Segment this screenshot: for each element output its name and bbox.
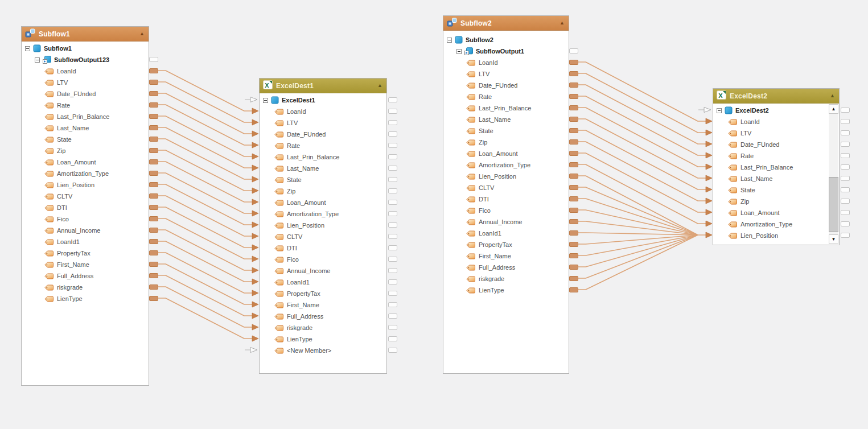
output-port[interactable] <box>569 128 578 133</box>
collapse-expander-minus[interactable] <box>447 38 452 43</box>
field-row[interactable]: Full_Address <box>443 262 569 273</box>
output-port-empty[interactable] <box>388 234 397 239</box>
output-port[interactable] <box>569 242 578 247</box>
field-row[interactable]: Full_Address <box>260 311 386 322</box>
field-row[interactable]: CLTV <box>22 191 149 202</box>
field-row[interactable]: LoanId1 <box>443 228 569 239</box>
field-row[interactable]: Full_Address <box>22 270 149 282</box>
connector[interactable] <box>158 105 258 148</box>
connector[interactable] <box>158 287 258 330</box>
output-port[interactable] <box>569 196 578 201</box>
input-port-empty[interactable] <box>245 346 258 353</box>
output-port[interactable] <box>149 80 158 85</box>
connector[interactable] <box>578 73 712 135</box>
output-port-empty[interactable] <box>841 210 850 215</box>
connector[interactable] <box>578 221 698 235</box>
output-port-empty[interactable] <box>149 57 158 62</box>
field-row[interactable]: LTV <box>713 127 839 139</box>
output-port[interactable] <box>149 137 158 142</box>
output-port[interactable] <box>569 71 578 76</box>
connector[interactable] <box>158 196 258 239</box>
output-port[interactable] <box>569 94 578 99</box>
connector[interactable] <box>578 62 712 124</box>
output-port-empty[interactable] <box>841 153 850 158</box>
field-row[interactable]: CLTV <box>260 231 386 242</box>
connector[interactable] <box>578 153 712 215</box>
connector[interactable] <box>158 150 258 193</box>
output-port[interactable] <box>149 284 158 290</box>
output-port-empty[interactable] <box>388 177 397 182</box>
field-row[interactable]: Loan_Amount <box>22 156 149 168</box>
field-row[interactable]: Loan_Amount <box>260 197 386 208</box>
connector[interactable] <box>158 71 258 114</box>
output-port-empty[interactable] <box>841 164 850 170</box>
field-row[interactable]: riskgrade <box>260 322 386 333</box>
tree-root-row[interactable]: Subflow2 <box>443 34 569 46</box>
connector[interactable] <box>158 162 258 205</box>
output-port-empty[interactable] <box>841 233 850 238</box>
field-row[interactable]: riskgrade <box>443 273 569 284</box>
output-port[interactable] <box>149 159 158 164</box>
output-port-empty[interactable] <box>841 221 850 226</box>
node-header[interactable]: X ExcelDest2 ▲ <box>713 89 839 104</box>
output-port[interactable] <box>149 125 158 130</box>
collapse-expander-minus[interactable] <box>25 46 30 51</box>
output-port[interactable] <box>569 230 578 236</box>
output-port-empty[interactable] <box>388 245 397 250</box>
connector[interactable] <box>578 233 698 235</box>
field-row[interactable]: Zip <box>713 196 839 207</box>
collapse-expander-minus[interactable] <box>35 57 40 63</box>
output-port-empty[interactable] <box>388 279 397 284</box>
field-row[interactable]: Lien_Position <box>443 171 569 182</box>
field-row[interactable]: LoanId <box>260 106 386 117</box>
output-port-empty[interactable] <box>388 222 397 228</box>
field-row[interactable]: Lien_Position <box>22 179 149 191</box>
field-row[interactable]: PropertyTax <box>22 248 149 259</box>
field-row[interactable]: Last_Name <box>260 163 386 174</box>
output-port-empty[interactable] <box>388 154 397 159</box>
field-row[interactable]: LoanId <box>713 116 839 127</box>
output-port-empty[interactable] <box>388 211 397 216</box>
tree-output-row[interactable]: SubflowOutput123 <box>22 54 149 65</box>
output-port[interactable] <box>149 91 158 96</box>
connector[interactable] <box>158 184 258 228</box>
connector[interactable] <box>158 241 258 284</box>
collapse-button[interactable]: ▲ <box>560 20 565 26</box>
scrollbar-thumb[interactable] <box>829 177 838 232</box>
field-row[interactable]: LTV <box>443 68 569 80</box>
field-row[interactable]: Fico <box>260 254 386 265</box>
connector[interactable] <box>578 235 698 290</box>
output-port[interactable] <box>569 287 578 292</box>
connector[interactable] <box>578 235 698 255</box>
output-port[interactable] <box>569 174 578 179</box>
field-row[interactable]: Amortization_Type <box>713 218 839 230</box>
output-port[interactable] <box>149 239 158 244</box>
output-port-empty[interactable] <box>841 187 850 192</box>
field-row[interactable]: LoanId1 <box>22 236 149 248</box>
connector[interactable] <box>158 275 258 319</box>
field-row[interactable]: Fico <box>443 205 569 216</box>
output-port[interactable] <box>149 171 158 176</box>
output-port[interactable] <box>569 105 578 110</box>
connector[interactable] <box>158 207 258 250</box>
collapse-expander-minus[interactable] <box>717 108 722 113</box>
output-port-empty[interactable] <box>388 268 397 273</box>
output-port-empty[interactable] <box>841 119 850 124</box>
connector[interactable] <box>158 298 258 341</box>
field-row[interactable]: LienType <box>22 293 149 304</box>
field-row[interactable]: First_Name <box>260 299 386 311</box>
output-port-empty[interactable] <box>388 188 397 193</box>
field-row[interactable]: Loan_Amount <box>713 207 839 218</box>
field-row[interactable]: Lien_Position <box>713 230 839 241</box>
field-row[interactable]: Last_Prin_Balance <box>22 111 149 122</box>
connector[interactable] <box>158 116 258 159</box>
output-port[interactable] <box>149 250 158 255</box>
output-port[interactable] <box>569 117 578 122</box>
field-row[interactable]: Last_Prin_Balance <box>443 102 569 114</box>
field-row[interactable]: Date_FUnded <box>713 139 839 150</box>
tree-root-row[interactable]: ExcelDest2 <box>713 105 839 116</box>
field-row[interactable]: PropertyTax <box>443 239 569 250</box>
tree-root-row[interactable]: ExcelDest1 <box>260 94 386 106</box>
output-port[interactable] <box>149 216 158 221</box>
output-port[interactable] <box>149 228 158 233</box>
